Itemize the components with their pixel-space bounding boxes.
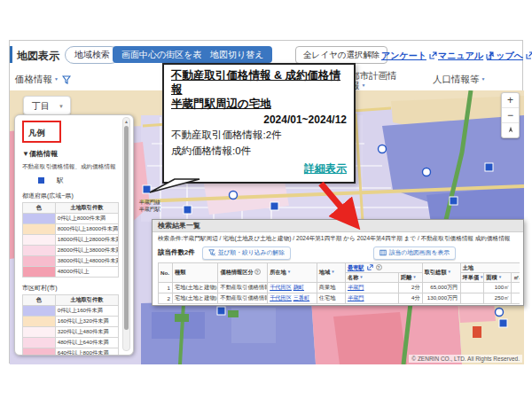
legend-col-count: 土地取引件数	[55, 203, 118, 214]
layer-population[interactable]: 人口情報等▼	[433, 74, 485, 86]
legend-station-label: 駅	[57, 176, 64, 184]
col-address[interactable]: 所在地▼	[268, 263, 317, 283]
col-type: 種類	[173, 263, 218, 283]
chome-dropdown[interactable]: 丁目 ▼	[23, 96, 71, 115]
external-link-icon	[367, 264, 375, 272]
col-distance[interactable]: 距離▼	[398, 273, 422, 283]
col-station-group[interactable]: 最寄駅?	[345, 263, 422, 273]
address-link[interactable]: 千代田区	[270, 284, 292, 290]
color-swatch	[23, 214, 56, 224]
cell-kind: 不動産取引価格情報	[218, 283, 268, 293]
legend-pref-table: 色 土地取引件数 0件以上8000件未満 8000件以上18000件未満 180…	[22, 202, 119, 278]
scrollbar-thumb[interactable]	[124, 126, 129, 330]
search-results-panel: 検索結果一覧 検索条件:半蔵門駅周辺 / 宅地(土地及び土地と建物) / 202…	[152, 219, 524, 306]
help-icon[interactable]: ?	[376, 264, 382, 270]
help-icon[interactable]: ?	[254, 269, 261, 275]
col-size[interactable]: 面積▼	[484, 273, 512, 283]
color-swatch	[23, 306, 56, 317]
legend-section-price[interactable]: ▼価格情報	[22, 149, 119, 159]
color-swatch	[23, 267, 56, 278]
legend-row: 8000件以上18000件未満	[23, 224, 119, 235]
address-link[interactable]: 麹町	[293, 284, 304, 290]
cell-total: 130,000万円	[422, 293, 460, 304]
table-row: 1 宅地(土地と建物) 不動産取引価格情報 千代田区 麹町 商業地 半蔵門 2分…	[159, 283, 520, 293]
layer-cityplan-label: 都市計画情報	[350, 70, 397, 90]
layer-price[interactable]: 価格情報▼	[15, 74, 71, 86]
cell-kind: 不動産取引価格情報	[218, 293, 268, 304]
sort-icon[interactable]: ▼	[287, 270, 291, 274]
cell-sqm	[512, 293, 520, 304]
detail-view-link[interactable]: 詳細表示	[171, 161, 347, 176]
clear-sort-filter-button[interactable]: 並び順・絞り込みの解除	[202, 246, 291, 260]
station-link[interactable]: 半蔵門	[348, 294, 364, 301]
cell-station: 半蔵門	[345, 293, 398, 304]
address-link[interactable]: 千代田区	[270, 294, 292, 301]
cell-address: 千代田区 麹町	[268, 283, 317, 293]
sort-icon[interactable]: ▼	[359, 275, 363, 279]
legend-row-label: 38000件以上48000件未満	[55, 256, 118, 267]
map-switch-button[interactable]: 地図切り替え	[201, 46, 272, 63]
link-manual[interactable]: マニュアル	[438, 50, 494, 62]
color-swatch	[23, 235, 56, 246]
col-total[interactable]: 取引総額▼	[422, 263, 460, 283]
price-info-popup: 不動産取引価格情報 & 成約価格情報 半蔵門駅周辺の宅地 2024/01~202…	[162, 63, 356, 184]
legend-col-count: 土地取引件数	[55, 295, 118, 306]
sort-icon[interactable]: ▼	[480, 275, 483, 279]
col-station-name[interactable]: 名称▼	[345, 273, 398, 283]
legend-col-color: 色	[23, 295, 56, 306]
map-icon	[379, 249, 387, 256]
col-area[interactable]: 地域▼	[317, 263, 345, 283]
popup-title: 不動産取引価格情報 & 成約価格情報	[171, 68, 347, 97]
legend-price-sublabel: 不動産取引価格情報、成約価格情報	[22, 163, 119, 171]
area-search-button[interactable]: 地域検索	[65, 46, 120, 64]
zoom-in-button[interactable]: +	[502, 93, 519, 108]
cell-area: 住宅地	[317, 293, 345, 304]
layer-population-label: 人口情報等	[433, 74, 480, 84]
legend-row-label: 8000件以上18000件未満	[55, 224, 118, 235]
locate-button[interactable]	[502, 123, 519, 137]
legend-row-label: 0件以上8000件未満	[55, 214, 118, 224]
col-kind[interactable]: 価格情報区分?	[218, 263, 268, 283]
sort-icon[interactable]: ▼	[498, 275, 502, 279]
cell-distance: 2分	[398, 283, 422, 293]
legend-scrollbar[interactable]: ▲	[122, 117, 130, 351]
show-on-map-button[interactable]: 該当の地図画面を表示	[373, 246, 456, 260]
legend-row-label: 28000件以上38000件未満	[55, 246, 118, 256]
address-link[interactable]: 三番町	[293, 294, 310, 301]
sort-icon[interactable]: ▼	[447, 270, 450, 274]
legend-col-color: 色	[23, 203, 56, 214]
col-no: No.	[159, 263, 173, 283]
col-tsubo[interactable]: 坪単価▼	[460, 273, 484, 283]
legend-panel: 凡例 ▼価格情報 不動産取引価格情報、成約価格情報 駅 都道府県(広域~県) 色…	[14, 114, 134, 356]
cell-sqm	[512, 283, 520, 293]
sort-icon[interactable]: ▼	[331, 270, 334, 274]
filter-funnel-icon[interactable]	[62, 75, 71, 86]
clear-all-layers-button[interactable]: 全レイヤの選択解除	[295, 46, 387, 64]
cell-type: 宅地(土地と建物)	[173, 283, 218, 293]
zoom-out-button[interactable]: −	[502, 108, 519, 123]
station-link[interactable]: 半蔵門	[348, 284, 364, 290]
col-sqm[interactable]: ㎡単価▼	[512, 273, 520, 283]
link-top[interactable]: トップへ	[487, 50, 532, 62]
cell-size: 250㎡	[484, 293, 512, 304]
layer-cityplan[interactable]: 都市計画情報▼	[350, 71, 398, 90]
legend-row-label: 480件以上640件未満	[55, 338, 118, 348]
chevron-down-icon: ▼	[59, 97, 64, 116]
link-manual-label: マニュアル	[438, 51, 483, 60]
legend-row-label: 18000件以上28000件未満	[55, 235, 118, 246]
sort-icon[interactable]: ▼	[412, 275, 416, 279]
page-title: 地図表示	[17, 49, 59, 64]
map-copyright: © ZENRIN CO., LTD. All Rights Reserved.	[409, 355, 522, 363]
link-survey[interactable]: アンケート	[381, 50, 437, 62]
map-zoom-control: + −	[501, 92, 520, 138]
station-square-icon	[38, 177, 44, 184]
cell-tsubo	[460, 283, 484, 293]
external-link-icon	[429, 51, 437, 59]
cell-distance: 4分	[398, 293, 422, 304]
external-link-icon	[526, 51, 532, 59]
legend-row: 160件以上320件未満	[23, 317, 119, 327]
scroll-up-icon[interactable]: ▲	[123, 118, 129, 125]
legend-city-table: 色 土地取引件数 0件以上160件未満 160件以上320件未満 320件以上4…	[22, 294, 119, 356]
legend-pref-heading: 都道府県(広域~県)	[22, 192, 119, 200]
chome-dropdown-label: 丁目	[32, 101, 50, 111]
